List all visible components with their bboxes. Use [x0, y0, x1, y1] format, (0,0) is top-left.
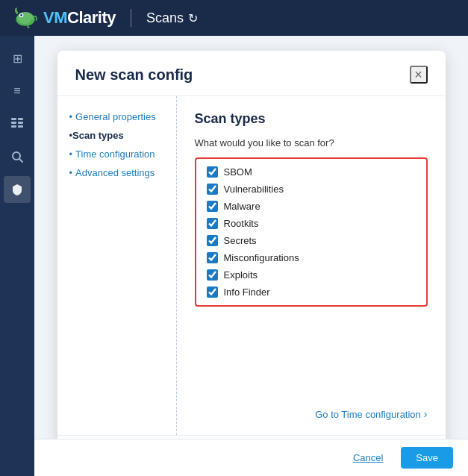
- sidebar-item-table[interactable]: [4, 110, 31, 137]
- scan-option-vulnerabilities[interactable]: Vulnerabilities: [207, 184, 416, 195]
- sidebar-item-grid[interactable]: ⊞: [4, 45, 31, 72]
- svg-line-11: [19, 159, 22, 162]
- scan-option-sbom[interactable]: SBOM: [207, 166, 416, 178]
- app-logo-text: VMClarity: [43, 8, 116, 28]
- action-bar: Cancel Save: [34, 439, 468, 476]
- modal: New scan config × •General properties •S…: [57, 51, 446, 439]
- close-button[interactable]: ×: [410, 66, 428, 84]
- svg-rect-7: [18, 122, 23, 124]
- scan-options-list: SBOM Vulnerabilities Malware: [195, 157, 428, 307]
- svg-point-3: [20, 14, 22, 16]
- nav-item-scan-types: •Scan types: [69, 130, 164, 141]
- save-button[interactable]: Save: [401, 447, 453, 469]
- scan-option-misconfigurations[interactable]: Misconfigurations: [207, 252, 416, 263]
- scan-option-secrets[interactable]: Secrets: [207, 235, 416, 246]
- sidebar-item-search[interactable]: [4, 143, 31, 170]
- modal-right-content: Scan types What would you like to scan f…: [177, 96, 446, 435]
- scan-option-exploits[interactable]: Exploits: [207, 269, 416, 281]
- sidebar-item-shield[interactable]: [4, 176, 31, 203]
- section-title: Scan types: [195, 111, 428, 127]
- content-area: New scan config × •General properties •S…: [34, 36, 468, 476]
- chevron-right-icon: ›: [424, 408, 428, 420]
- topbar-divider: [131, 9, 131, 27]
- scan-question: What would you like to scan for?: [195, 137, 428, 148]
- go-to-time-config-link[interactable]: Go to Time configuration ›: [315, 408, 427, 420]
- nav-item-time-configuration[interactable]: •Time configuration: [69, 148, 164, 160]
- modal-body: •General properties •Scan types •Time co…: [57, 96, 446, 435]
- modal-nav: •General properties •Scan types •Time co…: [57, 96, 177, 435]
- svg-rect-6: [11, 122, 16, 124]
- topbar: VMClarity Scans ↻: [0, 0, 468, 36]
- modal-container: New scan config × •General properties •S…: [34, 36, 468, 439]
- sidebar-item-list[interactable]: ≡: [4, 78, 31, 104]
- scan-option-info-finder[interactable]: Info Finder: [207, 286, 416, 298]
- svg-rect-4: [11, 118, 16, 120]
- scan-option-rootkits[interactable]: Rootkits: [207, 218, 416, 229]
- modal-footer: [57, 435, 446, 439]
- cancel-button[interactable]: Cancel: [343, 447, 393, 469]
- page-title: Scans ↻: [146, 10, 198, 26]
- checkbox-vulnerabilities[interactable]: [207, 184, 218, 195]
- modal-title: New scan config: [75, 66, 193, 84]
- checkbox-exploits[interactable]: [207, 269, 218, 281]
- scans-text: Scans: [146, 10, 184, 26]
- scan-option-malware[interactable]: Malware: [207, 201, 416, 212]
- logo-area: VMClarity: [12, 4, 116, 31]
- checkbox-rootkits[interactable]: [207, 218, 218, 229]
- nav-item-general-properties[interactable]: •General properties: [69, 111, 164, 122]
- nav-item-advanced-settings[interactable]: •Advanced settings: [69, 167, 164, 178]
- checkbox-info-finder[interactable]: [207, 286, 218, 298]
- modal-header: New scan config ×: [57, 51, 446, 96]
- svg-rect-8: [11, 125, 16, 128]
- checkbox-sbom[interactable]: [207, 166, 218, 178]
- refresh-icon[interactable]: ↻: [188, 11, 198, 25]
- checkbox-secrets[interactable]: [207, 235, 218, 246]
- checkbox-misconfigurations[interactable]: [207, 252, 218, 263]
- checkbox-malware[interactable]: [207, 201, 218, 212]
- sidebar: ⊞ ≡: [0, 36, 34, 476]
- svg-rect-9: [18, 125, 23, 128]
- svg-rect-5: [18, 118, 23, 120]
- main-layout: ⊞ ≡: [0, 36, 468, 476]
- chameleon-logo: [12, 4, 39, 31]
